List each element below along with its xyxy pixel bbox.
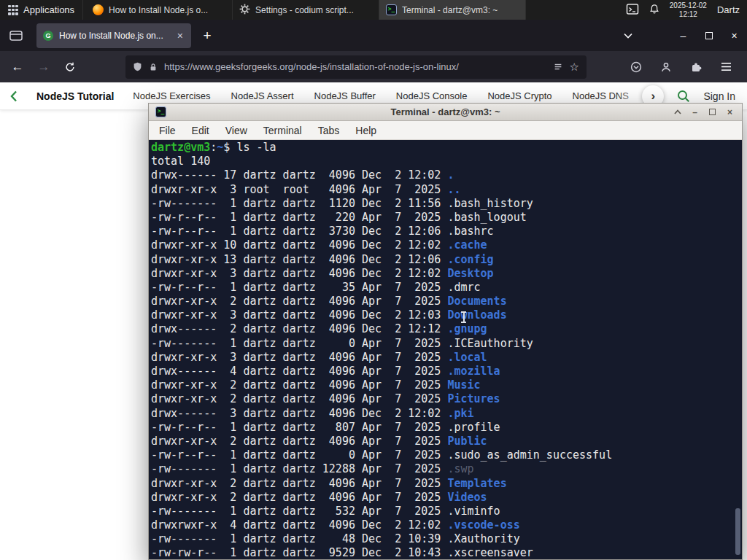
terminal-line: drwxr-xr-x 2 dartz dartz 4096 Apr 7 2025…	[151, 392, 742, 406]
terminal-menu-terminal[interactable]: Terminal	[263, 125, 302, 136]
terminal-line: -rw------- 1 dartz dartz 0 Apr 7 2025 .I…	[151, 337, 742, 351]
clock-time: 12:12	[670, 10, 707, 19]
terminal-titlebar[interactable]: >_ Terminal - dartz@vm3: ~ – ×	[149, 104, 742, 121]
nav-scroll-left-icon[interactable]	[10, 90, 18, 102]
terminal-screen[interactable]: dartz@vm3:~$ ls -latotal 140drwx------ 1…	[149, 140, 742, 559]
taskbar-button-label: How to Install Node.js o...	[109, 5, 208, 15]
firefox-view-button[interactable]	[4, 24, 28, 47]
terminal-line: -rw-r--r-- 1 dartz dartz 3730 Dec 2 12:0…	[151, 225, 742, 238]
terminal-line: drwxr-xr-x 2 dartz dartz 4096 Apr 7 2025…	[151, 435, 742, 448]
window-controls: – ×	[670, 20, 747, 51]
window-minimize-button[interactable]: –	[670, 20, 696, 51]
terminal-line: drwxr-xr-x 2 dartz dartz 4096 Apr 7 2025…	[151, 477, 742, 491]
panel-user-label[interactable]: Dartz	[717, 4, 740, 15]
terminal-menu-help[interactable]: Help	[355, 125, 376, 136]
terminal-shade-button[interactable]	[672, 106, 683, 118]
site-nav-link[interactable]: NodeJS Console	[396, 90, 468, 101]
url-bar[interactable]: https://www.geeksforgeeks.org/node-js/in…	[125, 55, 587, 79]
terminal-line: drwxr-xr-x 3 dartz dartz 4096 Apr 7 2025…	[151, 351, 742, 365]
terminal-line: -rw------- 1 dartz dartz 12288 Apr 7 202…	[151, 462, 742, 476]
new-tab-button[interactable]: +	[197, 26, 217, 46]
browser-tab[interactable]: G How to Install Node.js on... ×	[36, 23, 191, 48]
reload-button[interactable]	[58, 55, 82, 79]
terminal-menubar: FileEditViewTerminalTabsHelp	[149, 121, 742, 140]
firefox-icon	[93, 4, 104, 15]
clock-date: 2025-12-02	[670, 1, 707, 10]
hamburger-menu-icon[interactable]	[713, 55, 738, 79]
site-favicon: G	[43, 31, 53, 41]
terminal-line: -rw-rw-r-- 1 dartz dartz 9529 Dec 2 10:4…	[151, 546, 742, 559]
terminal-window: >_ Terminal - dartz@vm3: ~ – × FileEditV…	[148, 103, 743, 560]
terminal-line: drwx------ 2 dartz dartz 4096 Dec 2 12:1…	[151, 322, 742, 336]
window-close-button[interactable]: ×	[721, 20, 747, 51]
account-icon[interactable]	[654, 55, 678, 79]
reader-mode-icon[interactable]	[553, 62, 563, 72]
terminal-maximize-button[interactable]	[707, 106, 718, 118]
terminal-line: drwxr-xr-x 10 dartz dartz 4096 Dec 2 12:…	[151, 238, 742, 252]
maximize-icon	[705, 32, 713, 39]
terminal-line: -rw------- 1 dartz dartz 532 Apr 7 2025 …	[151, 505, 742, 518]
site-nav-primary[interactable]: NodeJS Tutorial	[36, 90, 114, 102]
terminal-menu-tabs[interactable]: Tabs	[318, 125, 340, 136]
applications-grid-icon	[8, 5, 18, 15]
maximize-icon	[709, 109, 716, 115]
terminal-line: drwx------ 3 dartz dartz 4096 Dec 2 12:0…	[151, 407, 742, 421]
panel-clock[interactable]: 2025-12-02 12:12	[670, 1, 707, 19]
terminal-output: dartz@vm3:~$ ls -latotal 140drwx------ 1…	[151, 141, 742, 559]
terminal-scrollbar-thumb[interactable]	[735, 508, 740, 555]
terminal-window-controls: – ×	[672, 106, 735, 118]
site-nav-link[interactable]: NodeJS Assert	[231, 90, 294, 101]
terminal-menu-file[interactable]: File	[159, 125, 176, 136]
taskbar-button-label: Settings - codium script...	[255, 5, 354, 15]
list-all-tabs-button[interactable]	[616, 24, 640, 47]
lock-icon[interactable]	[149, 62, 158, 72]
firefox-view-icon	[9, 30, 23, 42]
system-tray: 2025-12-02 12:12 Dartz	[619, 0, 747, 20]
terminal-line: -rw-r--r-- 1 dartz dartz 0 Apr 7 2025 .s…	[151, 448, 742, 462]
tracking-shield-icon[interactable]	[133, 61, 142, 72]
terminal-menu-view[interactable]: View	[225, 125, 247, 136]
top-panel: Applications How to Install Node.js o...…	[0, 0, 747, 20]
toolbar-right-icons	[624, 55, 741, 79]
browser-toolbar: ← → https://www.geeksforgeeks.org/node-j…	[0, 51, 747, 82]
back-button[interactable]: ←	[6, 55, 29, 79]
terminal-line: drwx------ 17 dartz dartz 4096 Dec 2 12:…	[151, 168, 742, 182]
taskbar-button[interactable]: How to Install Node.js o...	[86, 0, 233, 20]
desktop: G How to Install Node.js on... × + – × ←…	[0, 0, 747, 560]
tray-terminal-icon[interactable]	[626, 3, 639, 18]
terminal-line: drwxr-xr-x 13 dartz dartz 4096 Dec 2 12:…	[151, 253, 742, 267]
browser-tab-bar: G How to Install Node.js on... × + – ×	[0, 20, 747, 51]
terminal-line: drwxr-xr-x 3 dartz dartz 4096 Dec 2 12:0…	[151, 267, 742, 281]
terminal-minimize-button[interactable]: –	[689, 106, 700, 118]
notifications-bell-icon[interactable]	[649, 4, 659, 17]
applications-menu-button[interactable]: Applications	[0, 0, 83, 20]
site-nav-link[interactable]: NodeJS Exercises	[133, 90, 210, 101]
terminal-line: drwxr-xr-x 3 root root 4096 Apr 7 2025 .…	[151, 183, 742, 197]
chevron-up-icon	[674, 109, 681, 114]
terminal-line: drwx------ 4 dartz dartz 4096 Apr 7 2025…	[151, 365, 742, 378]
applications-label: Applications	[23, 4, 74, 15]
terminal-line: -rw-r--r-- 1 dartz dartz 35 Apr 7 2025 .…	[151, 281, 742, 295]
terminal-close-button[interactable]: ×	[724, 106, 735, 118]
taskbar-button-label: Terminal - dartz@vm3: ~	[402, 5, 498, 15]
terminal-line: total 140	[151, 155, 742, 168]
extensions-puzzle-icon[interactable]	[684, 55, 708, 79]
url-text: https://www.geeksforgeeks.org/node-js/in…	[164, 61, 546, 72]
terminal-menu-edit[interactable]: Edit	[192, 125, 209, 136]
terminal-line: -rw------- 1 dartz dartz 48 Dec 2 10:39 …	[151, 532, 742, 546]
bookmark-star-icon[interactable]: ☆	[570, 61, 579, 74]
terminal-line: drwxrwxr-x 4 dartz dartz 4096 Dec 2 12:0…	[151, 518, 742, 532]
site-nav-link[interactable]: NodeJS Crypto	[487, 90, 551, 101]
terminal-line: drwxr-xr-x 2 dartz dartz 4096 Apr 7 2025…	[151, 491, 742, 505]
sign-in-button[interactable]: Sign In	[703, 90, 735, 102]
taskbar-button[interactable]: Settings - codium script...	[233, 0, 379, 20]
search-icon[interactable]	[677, 90, 690, 103]
site-nav-link[interactable]: NodeJS Buffer	[314, 90, 376, 101]
tab-close-icon[interactable]: ×	[176, 30, 185, 42]
taskbar-button[interactable]: >_Terminal - dartz@vm3: ~	[379, 0, 526, 20]
terminal-line: -rw------- 1 dartz dartz 1120 Dec 2 11:5…	[151, 197, 742, 211]
chevron-down-icon	[624, 33, 632, 39]
window-maximize-button[interactable]	[696, 20, 721, 51]
pocket-icon[interactable]	[624, 55, 649, 79]
forward-button[interactable]: →	[32, 55, 55, 79]
